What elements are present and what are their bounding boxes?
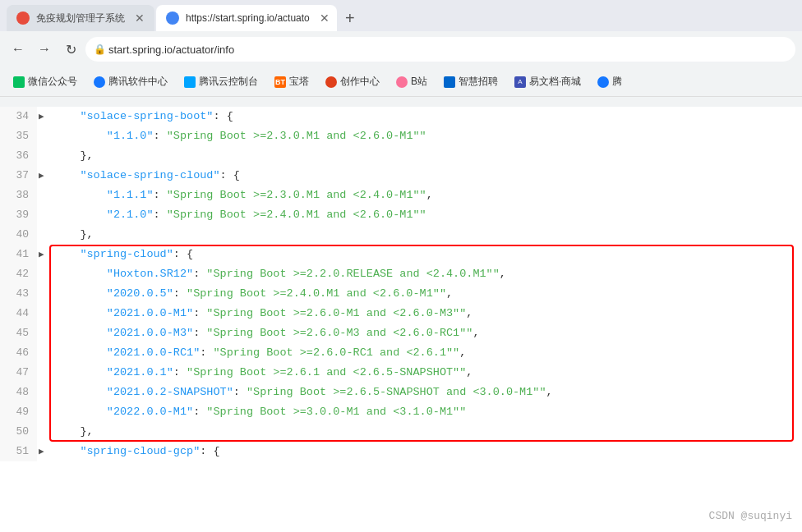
line-content: "solace-spring-boot": { <box>50 107 802 126</box>
line-content: "1.1.1": "Spring Boot >=2.3.0.M1 and <2.… <box>50 186 802 205</box>
line-content: "2020.0.5": "Spring Boot >=2.4.0.M1 and … <box>50 284 802 304</box>
bookmarks-bar: 微信公众号 腾讯软件中心 腾讯云控制台 BT 宝塔 创作中心 B站 智慧招聘 A <box>0 67 802 97</box>
code-line: 39 "2.1.0": "Spring Boot >=2.4.0.M1 and … <box>0 205 802 225</box>
line-arrow: ▶ <box>37 245 50 264</box>
bookmark-wechat[interactable]: 微信公众号 <box>7 72 84 91</box>
code-line: 46 "2021.0.0-RC1": "Spring Boot >=2.6.0-… <box>0 343 802 363</box>
line-number: 45 <box>0 323 37 343</box>
code-line: 48 "2021.0.2-SNAPSHOT": "Spring Boot >=2… <box>0 383 802 402</box>
line-content: "2021.0.0-M1": "Spring Boot >=2.6.0-M1 a… <box>50 304 802 323</box>
code-line: 42 "Hoxton.SR12": "Spring Boot >=2.2.0.R… <box>0 264 802 284</box>
code-line: 37▶ "solace-spring-cloud": { <box>0 166 802 186</box>
line-content: "2021.0.0-RC1": "Spring Boot >=2.6.0-RC1… <box>50 343 802 363</box>
code-line: 35 "1.1.0": "Spring Boot >=2.3.0.M1 and … <box>0 126 802 146</box>
bookmark-baota-label: 宝塔 <box>289 75 309 89</box>
code-line: 34▶ "solace-spring-boot": { <box>0 107 802 126</box>
line-content: "2.1.0": "Spring Boot >=2.4.0.M1 and <2.… <box>50 205 802 225</box>
content-area: 34▶ "solace-spring-boot": {35 "1.1.0": "… <box>0 107 802 532</box>
tab1-label: 免疫规划管理子系统 <box>36 11 125 25</box>
code-line: 43 "2020.0.5": "Spring Boot >=2.4.0.M1 a… <box>0 284 802 304</box>
line-number: 47 <box>0 363 37 383</box>
line-number: 41 <box>0 245 37 264</box>
bookmark-tencent-sw[interactable]: 腾讯软件中心 <box>87 72 174 91</box>
line-content: "spring-cloud": { <box>50 245 802 264</box>
line-content: }, <box>50 146 802 166</box>
watermark: CSDN @suqinyi <box>709 510 792 522</box>
tab1-close[interactable]: ✕ <box>135 11 145 25</box>
code-line: 44 "2021.0.0-M1": "Spring Boot >=2.6.0-M… <box>0 304 802 323</box>
line-number: 38 <box>0 186 37 205</box>
code-line: 49 "2022.0.0-M1": "Spring Boot >=3.0.0-M… <box>0 402 802 422</box>
line-number: 43 <box>0 284 37 304</box>
line-content: }, <box>50 422 802 442</box>
line-number: 40 <box>0 225 37 245</box>
bookmark-chuangzuo[interactable]: 创作中心 <box>319 72 386 91</box>
code-line: 50 }, <box>0 422 802 442</box>
tab2-favicon <box>166 11 179 25</box>
line-content: "2021.0.1": "Spring Boot >=2.6.1 and <2.… <box>50 363 802 383</box>
address-input[interactable] <box>85 37 795 62</box>
code-line: 40 }, <box>0 225 802 245</box>
bookmark-zhihui[interactable]: 智慧招聘 <box>437 72 505 91</box>
code-line: 47 "2021.0.1": "Spring Boot >=2.6.1 and … <box>0 363 802 383</box>
tab1-favicon <box>16 11 30 25</box>
forward-button[interactable]: → <box>33 38 56 61</box>
bookmark-tencent-sw-label: 腾讯软件中心 <box>108 75 168 89</box>
bookmark-yiwenjian-label: 易文档·商城 <box>529 75 581 89</box>
code-line: 51▶ "spring-cloud-gcp": { <box>0 442 802 461</box>
line-number: 42 <box>0 264 37 284</box>
line-number: 39 <box>0 205 37 225</box>
tab2-close[interactable]: ✕ <box>320 11 330 25</box>
line-number: 34 <box>0 107 37 126</box>
reload-button[interactable]: ↻ <box>59 38 82 61</box>
line-number: 37 <box>0 166 37 186</box>
bookmark-tencent-extra[interactable]: 腾 <box>591 72 629 91</box>
address-wrapper: 🔒 <box>85 37 795 62</box>
line-arrow: ▶ <box>37 166 50 186</box>
code-line: 36 }, <box>0 146 802 166</box>
bookmark-wechat-label: 微信公众号 <box>28 75 77 89</box>
line-arrow: ▶ <box>37 442 50 461</box>
line-number: 49 <box>0 402 37 422</box>
back-button[interactable]: ← <box>7 38 30 61</box>
line-content: "1.1.0": "Spring Boot >=2.3.0.M1 and <2.… <box>50 126 802 146</box>
line-content: "Hoxton.SR12": "Spring Boot >=2.2.0.RELE… <box>50 264 802 284</box>
line-arrow: ▶ <box>37 107 50 126</box>
tab-inactive[interactable]: 免疫规划管理子系统 ✕ <box>7 5 154 31</box>
bookmark-bilibili[interactable]: B站 <box>389 72 434 91</box>
line-number: 46 <box>0 343 37 363</box>
line-number: 48 <box>0 383 37 402</box>
line-content: "spring-cloud-gcp": { <box>50 442 802 461</box>
line-content: "2021.0.2-SNAPSHOT": "Spring Boot >=2.6.… <box>50 383 802 402</box>
line-number: 44 <box>0 304 37 323</box>
line-content: "2021.0.0-M3": "Spring Boot >=2.6.0-M3 a… <box>50 323 802 343</box>
bookmark-baota[interactable]: BT 宝塔 <box>268 72 316 91</box>
new-tab-button[interactable]: + <box>339 5 362 31</box>
bookmark-bilibili-label: B站 <box>411 75 427 89</box>
tab-active[interactable]: https://start.spring.io/actuato ✕ <box>156 5 337 31</box>
line-content: }, <box>50 225 802 245</box>
lock-icon: 🔒 <box>94 44 106 55</box>
line-content: "2022.0.0-M1": "Spring Boot >=3.0.0-M1 a… <box>50 402 802 422</box>
bookmark-chuangzuo-label: 创作中心 <box>340 75 380 89</box>
line-number: 50 <box>0 422 37 442</box>
bookmark-tencent-extra-label: 腾 <box>612 75 622 89</box>
tab-bar: 免疫规划管理子系统 ✕ https://start.spring.io/actu… <box>0 0 802 31</box>
bookmark-zhihui-label: 智慧招聘 <box>459 75 498 89</box>
code-line: 45 "2021.0.0-M3": "Spring Boot >=2.6.0-M… <box>0 323 802 343</box>
browser-chrome: 免疫规划管理子系统 ✕ https://start.spring.io/actu… <box>0 0 802 107</box>
code-container: 34▶ "solace-spring-boot": {35 "1.1.0": "… <box>0 107 802 461</box>
line-number: 35 <box>0 126 37 146</box>
line-content: "solace-spring-cloud": { <box>50 166 802 186</box>
bookmark-yiwenjian[interactable]: A 易文档·商城 <box>508 72 588 91</box>
line-number: 36 <box>0 146 37 166</box>
code-line: 38 "1.1.1": "Spring Boot >=2.3.0.M1 and … <box>0 186 802 205</box>
bookmark-tencent-cloud[interactable]: 腾讯云控制台 <box>177 72 265 91</box>
tab2-label: https://start.spring.io/actuato <box>186 12 310 24</box>
bookmark-tencent-cloud-label: 腾讯云控制台 <box>199 75 258 89</box>
line-number: 51 <box>0 442 37 461</box>
code-line: 41▶ "spring-cloud": { <box>0 245 802 264</box>
address-bar: ← → ↻ 🔒 <box>0 31 802 67</box>
